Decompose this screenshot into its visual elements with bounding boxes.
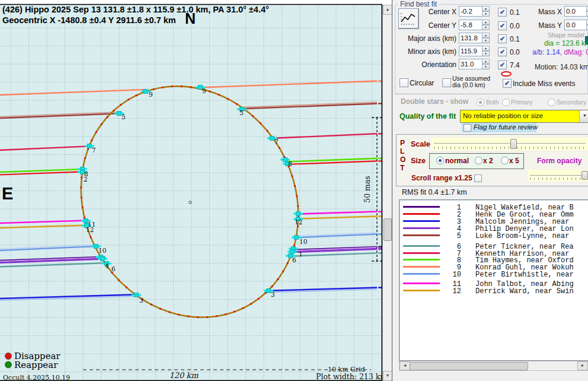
observer-list-hscroll-thumb[interactable]	[410, 362, 528, 370]
spin-up-icon[interactable]: ▲	[482, 33, 490, 38]
form-opacity-thumb[interactable]	[581, 171, 588, 180]
form-opacity-slider[interactable]	[528, 170, 588, 181]
size-x2-radio[interactable]	[475, 157, 482, 164]
spin-up-icon[interactable]: ▲	[482, 20, 490, 25]
quality-of-fit-dropdown[interactable]: No reliable position or size ▼	[460, 110, 588, 123]
ellipse-rim-dot	[218, 94, 220, 96]
event-marker-3R[interactable]	[266, 288, 270, 293]
size-x5-radio[interactable]	[501, 157, 509, 164]
size-x2-label: x 2	[483, 157, 493, 165]
scroll-range-label: Scroll range x1.25	[411, 174, 472, 182]
legend-label-reappear: Reappear	[14, 360, 58, 370]
observer-name[interactable]: Luke Broom-Lynne, near	[475, 232, 569, 240]
observer-name[interactable]: Peter Birtwhistle, near	[475, 271, 574, 279]
chord-number-label: 3	[139, 297, 143, 304]
motion-label: Motion: 14.03 km/s	[535, 63, 588, 71]
scale-slider-thumb[interactable]	[510, 139, 517, 149]
minor-axis-spinner[interactable]: ▲▼	[482, 46, 490, 56]
major-axis-input[interactable]: 131.8	[459, 33, 485, 43]
spin-up-icon[interactable]: ▲	[482, 6, 490, 11]
event-marker-5D[interactable]	[117, 111, 121, 115]
event-marker-4R[interactable]	[290, 249, 294, 253]
find-best-fit-title: Find best fit	[398, 0, 439, 8]
spin-down-icon[interactable]: ▼	[482, 38, 490, 43]
ellipse-rim-dot	[178, 314, 180, 316]
event-marker-11R[interactable]	[296, 211, 300, 215]
center-x-sigma: 0.1	[510, 8, 520, 17]
center-x-input[interactable]: -0.2	[459, 6, 485, 17]
spin-down-icon[interactable]: ▼	[482, 51, 490, 56]
event-marker-4D[interactable]	[100, 256, 104, 261]
flag-review-label: Flag for future review	[474, 123, 538, 131]
event-marker-3D[interactable]	[134, 293, 138, 297]
mass-y-label: Mass Y	[535, 21, 562, 30]
spin-up-icon[interactable]: ▲	[482, 46, 490, 51]
observer-list-hscrollbar[interactable]: ◄ ►	[399, 361, 588, 371]
minor-axis-input[interactable]: 115.9	[459, 46, 485, 56]
fit-control-panel: Find best fit Center X -0.2 ▲▼ ✔ 0.1 Mas…	[392, 0, 588, 381]
center-y-sigma: 0.0	[510, 22, 520, 30]
size-normal-radio[interactable]	[436, 157, 444, 164]
minor-axis-fit-checkbox[interactable]: ✔	[498, 47, 507, 56]
spin-down-icon[interactable]: ▼	[482, 25, 490, 30]
ellipse-rim-dot	[84, 217, 85, 218]
center-y-fit-checkbox[interactable]: ✔	[498, 21, 507, 30]
event-marker-7D[interactable]	[87, 144, 91, 148]
event-marker-8R[interactable]	[283, 157, 287, 161]
circular-checkbox[interactable]	[400, 78, 408, 87]
mass-x-input[interactable]: 0.0	[564, 6, 588, 17]
chord-number-label: 12	[86, 226, 94, 233]
event-marker-10R[interactable]	[294, 235, 298, 239]
flag-review-checkbox[interactable]	[464, 124, 471, 132]
ellipse-rim-dot	[227, 98, 229, 100]
ab-value: a/b: 1.14,	[532, 48, 562, 56]
ellipse-rim-dot	[225, 313, 226, 315]
event-marker-9D[interactable]	[143, 89, 148, 93]
major-axis-spinner[interactable]: ▲▼	[482, 33, 490, 43]
orientation-label: Orientation	[403, 61, 456, 69]
center-y-spinner[interactable]: ▲▼	[482, 20, 490, 30]
center-y-input[interactable]: -5.8	[459, 20, 485, 30]
observer-color-sample	[403, 234, 440, 236]
scroll-left-icon[interactable]: ◄	[400, 361, 410, 370]
mass-y-input[interactable]: 0.0	[564, 20, 588, 30]
spin-down-icon[interactable]: ▼	[482, 64, 490, 69]
dropdown-arrow-icon[interactable]: ▼	[579, 110, 588, 122]
occultation-plot-canvas[interactable]: 995577828111212101046163350 mas120 km(42…	[0, 0, 382, 381]
double-stars-primary-radio[interactable]	[502, 99, 510, 106]
spin-up-icon[interactable]: ▲	[482, 59, 490, 64]
orientation-input[interactable]: 31.0	[459, 59, 485, 69]
ellipse-rim-dot	[153, 88, 155, 90]
event-marker-10D[interactable]	[94, 244, 98, 248]
orientation-spinner[interactable]: ▲▼	[482, 59, 490, 69]
scale-slider[interactable]	[432, 138, 588, 150]
orientation-fit-checkbox[interactable]: ✔	[498, 61, 507, 69]
double-stars-secondary-radio[interactable]	[548, 99, 555, 106]
ellipse-rim-dot	[162, 87, 164, 88]
plot-vertical-scrollbar[interactable]: ▲ ▼	[382, 5, 392, 381]
chord-number-label: 4	[105, 262, 109, 269]
orientation-ellipse-icon	[501, 71, 512, 77]
legend-dot-disappear	[5, 353, 12, 360]
spin-down-icon[interactable]: ▼	[482, 11, 490, 17]
observer-list[interactable]: 1Nigel Wakefield, near B2Henk De Groot, …	[399, 199, 588, 361]
scroll-up-icon[interactable]: ▲	[383, 5, 392, 15]
scroll-range-checkbox[interactable]	[474, 174, 482, 182]
plot-vscroll-thumb[interactable]	[384, 218, 392, 241]
ellipse-rim-dot	[87, 148, 89, 150]
dmag-value: dMag: 0.1	[564, 48, 588, 56]
observer-name[interactable]: Derrick Ward, near Swin	[475, 287, 574, 296]
center-x-fit-checkbox[interactable]: ✔	[498, 8, 507, 17]
scroll-right-icon[interactable]: ►	[577, 361, 588, 370]
include-miss-events-checkbox[interactable]: ✔	[503, 79, 512, 88]
scroll-down-icon[interactable]: ▼	[383, 371, 392, 381]
double-stars-both-radio[interactable]	[477, 99, 484, 106]
fit-chart-icon	[399, 9, 417, 27]
center-x-spinner[interactable]: ▲▼	[482, 6, 490, 17]
ellipse-rim-dot	[242, 307, 244, 309]
ellipse-rim-dot	[294, 185, 296, 187]
event-marker-7R[interactable]	[270, 136, 274, 140]
major-axis-fit-checkbox[interactable]: ✔	[498, 34, 507, 43]
ellipse-rim-dot	[234, 311, 235, 313]
use-assumed-dia-checkbox[interactable]	[442, 78, 451, 87]
